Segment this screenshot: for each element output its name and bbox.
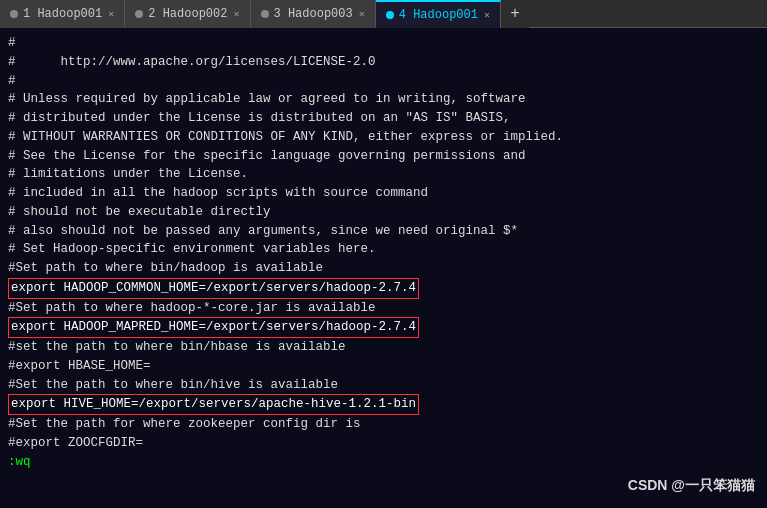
terminal-line: # limitations under the License.: [8, 165, 759, 184]
terminal-line: export HADOOP_MAPRED_HOME=/export/server…: [8, 317, 759, 338]
cmd-text: :wq: [8, 455, 31, 469]
terminal-line: #Set path to where hadoop-*-core.jar is …: [8, 299, 759, 318]
terminal-line: # See the License for the specific langu…: [8, 147, 759, 166]
terminal-line: # WITHOUT WARRANTIES OR CONDITIONS OF AN…: [8, 128, 759, 147]
terminal-line: #export HBASE_HOME=: [8, 357, 759, 376]
terminal-line: #: [8, 72, 759, 91]
terminal-line: #Set the path to where bin/hive is avail…: [8, 376, 759, 395]
terminal-line: #set the path to where bin/hbase is avai…: [8, 338, 759, 357]
watermark: CSDN @一只笨猫猫: [628, 475, 755, 496]
terminal-line: # http://www.apache.org/licenses/LICENSE…: [8, 53, 759, 72]
terminal-line: #Set path to where bin/hadoop is availab…: [8, 259, 759, 278]
terminal-line: # Set Hadoop-specific environment variab…: [8, 240, 759, 259]
terminal-line: export HADOOP_COMMON_HOME=/export/server…: [8, 278, 759, 299]
terminal-line: #export ZOOCFGDIR=: [8, 434, 759, 453]
terminal-line: # should not be executable directly: [8, 203, 759, 222]
tab-2[interactable]: 2 Hadoop002✕: [125, 0, 250, 28]
highlight-box: export HIVE_HOME=/export/servers/apache-…: [8, 394, 419, 415]
tab-3[interactable]: 3 Hadoop003✕: [251, 0, 376, 28]
highlight-box: export HADOOP_COMMON_HOME=/export/server…: [8, 278, 419, 299]
terminal-line: #Set the path for where zookeeper config…: [8, 415, 759, 434]
tab-4[interactable]: 4 Hadoop001✕: [376, 0, 501, 28]
terminal-line: # Unless required by applicable law or a…: [8, 90, 759, 109]
terminal-line: export HIVE_HOME=/export/servers/apache-…: [8, 394, 759, 415]
terminal-line: :wq: [8, 453, 759, 472]
tab-bar: 1 Hadoop001✕2 Hadoop002✕3 Hadoop003✕4 Ha…: [0, 0, 767, 28]
new-tab-button[interactable]: +: [501, 0, 529, 28]
highlight-box: export HADOOP_MAPRED_HOME=/export/server…: [8, 317, 419, 338]
terminal-line: # included in all the hadoop scripts wit…: [8, 184, 759, 203]
tab-1[interactable]: 1 Hadoop001✕: [0, 0, 125, 28]
terminal-line: # also should not be passed any argument…: [8, 222, 759, 241]
terminal-line: # distributed under the License is distr…: [8, 109, 759, 128]
terminal: ## http://www.apache.org/licenses/LICENS…: [0, 28, 767, 508]
terminal-line: #: [8, 34, 759, 53]
